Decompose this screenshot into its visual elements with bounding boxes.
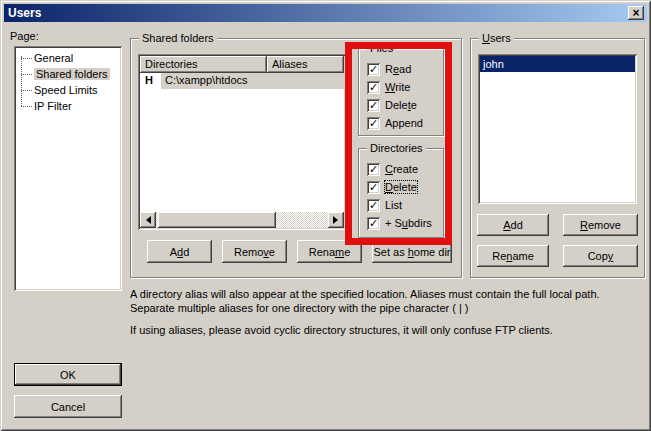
checkbox-checked-icon[interactable]: ✓ (367, 163, 380, 176)
checkbox-label: List (385, 199, 402, 211)
checkbox-label: Delete (385, 99, 417, 111)
checkbox-create[interactable]: ✓ Create (367, 160, 432, 178)
button-label: Rename (309, 246, 351, 258)
remove-folder-button[interactable]: Remove (222, 240, 287, 263)
list-header: Directories Aliases (140, 56, 344, 73)
shared-folders-group-label: Shared folders (139, 32, 217, 44)
scrollbar-thumb[interactable] (158, 212, 276, 228)
button-label: Add (170, 246, 190, 258)
close-icon: × (632, 7, 639, 19)
rename-folder-button[interactable]: Rename (297, 240, 362, 263)
ok-button[interactable]: OK (14, 363, 122, 386)
button-label: Remove (234, 246, 275, 258)
titlebar: Users × (4, 4, 647, 22)
files-group: Files ✓ Read ✓ Write ✓ Delete ✓ Append (358, 48, 444, 136)
checkbox-checked-icon[interactable]: ✓ (367, 81, 380, 94)
cancel-button[interactable]: Cancel (14, 395, 122, 418)
close-button[interactable]: × (628, 6, 644, 20)
check-icon: ✓ (369, 164, 378, 175)
directory-cell: C:\xampp\htdocs (161, 73, 344, 89)
check-icon: ✓ (369, 200, 378, 211)
check-icon: ✓ (369, 100, 378, 111)
checkbox-subdirs[interactable]: ✓ + Subdirs (367, 214, 432, 232)
sidebar-item-general[interactable]: General (14, 50, 122, 66)
button-label: Copy (588, 250, 614, 262)
button-label: Add (503, 219, 523, 231)
checkbox-list[interactable]: ✓ List (367, 196, 432, 214)
home-dir-flag: H (145, 73, 153, 88)
page-label: Page: (10, 30, 39, 42)
set-as-home-dir-button[interactable]: Set as home dir (372, 240, 452, 263)
sidebar-item-shared-folders[interactable]: Shared folders (14, 66, 122, 82)
page-list[interactable]: General Shared folders Speed Limits IP F… (14, 46, 122, 291)
info-text: A directory alias will also appear at th… (130, 287, 644, 345)
button-label: Remove (580, 219, 621, 231)
users-group-label: Users (479, 32, 514, 44)
horizontal-scrollbar[interactable] (140, 212, 344, 228)
add-folder-button[interactable]: Add (147, 240, 212, 263)
checkbox-label: Write (385, 81, 410, 93)
checkbox-delete-files[interactable]: ✓ Delete (367, 96, 423, 114)
remove-user-button[interactable]: Remove (563, 214, 638, 236)
shared-folders-list[interactable]: Directories Aliases H C:\xampp\htdocs (138, 54, 346, 230)
button-label: Set as home dir (373, 246, 450, 258)
sidebar-item-label: Shared folders (34, 68, 110, 80)
column-header-directories[interactable]: Directories (140, 56, 267, 73)
checkbox-checked-icon[interactable]: ✓ (367, 117, 380, 130)
checkbox-label: Create (385, 163, 418, 175)
check-icon: ✓ (369, 218, 378, 229)
checkbox-label: + Subdirs (385, 217, 432, 229)
cyclic-warning-paragraph: If using aliases, please avoid cyclic di… (130, 323, 644, 337)
users-dialog: Users × Page: General Shared folders Spe… (0, 0, 651, 431)
rename-user-button[interactable]: Rename (477, 245, 549, 267)
checkbox-delete-directories[interactable]: ✓ Delete (367, 178, 432, 196)
button-label: OK (60, 369, 76, 381)
check-icon: ✓ (369, 82, 378, 93)
check-icon: ✓ (369, 118, 378, 129)
sidebar-item-label: General (34, 52, 73, 64)
copy-user-button[interactable]: Copy (563, 245, 638, 267)
checkbox-checked-icon[interactable]: ✓ (367, 99, 380, 112)
list-item-user[interactable]: john (480, 56, 635, 72)
window-title: Users (4, 6, 41, 20)
checkbox-checked-icon[interactable]: ✓ (367, 217, 380, 230)
button-label: Rename (492, 250, 534, 262)
checkbox-read[interactable]: ✓ Read (367, 60, 423, 78)
column-header-aliases[interactable]: Aliases (267, 56, 344, 73)
directories-group: Directories ✓ Create ✓ Delete ✓ List ✓ +… (358, 148, 444, 238)
checkbox-checked-icon[interactable]: ✓ (367, 199, 380, 212)
users-list[interactable]: john (478, 54, 637, 204)
directories-group-label: Directories (367, 142, 426, 154)
alias-info-paragraph: A directory alias will also appear at th… (130, 287, 644, 315)
files-group-label: Files (367, 42, 396, 54)
scroll-left-button[interactable] (140, 212, 156, 228)
sidebar-item-label: Speed Limits (34, 84, 98, 96)
check-icon: ✓ (369, 64, 378, 75)
checkbox-checked-icon[interactable]: ✓ (367, 63, 380, 76)
checkbox-label: Delete (385, 181, 417, 193)
checkbox-append[interactable]: ✓ Append (367, 114, 423, 132)
checkbox-label: Read (385, 63, 411, 75)
check-icon: ✓ (369, 182, 378, 193)
checkbox-label: Append (385, 117, 423, 129)
checkbox-checked-icon[interactable]: ✓ (367, 181, 380, 194)
scroll-right-button[interactable] (328, 212, 344, 228)
add-user-button[interactable]: Add (477, 214, 549, 236)
checkbox-write[interactable]: ✓ Write (367, 78, 423, 96)
table-row[interactable]: H C:\xampp\htdocs (140, 73, 344, 89)
right-arrow-icon (333, 216, 342, 224)
sidebar-item-label: IP Filter (34, 100, 72, 112)
button-label: Cancel (51, 401, 85, 413)
user-name: john (483, 58, 504, 70)
left-arrow-icon (142, 216, 151, 224)
sidebar-item-speed-limits[interactable]: Speed Limits (14, 82, 122, 98)
sidebar-item-ip-filter[interactable]: IP Filter (14, 98, 122, 114)
